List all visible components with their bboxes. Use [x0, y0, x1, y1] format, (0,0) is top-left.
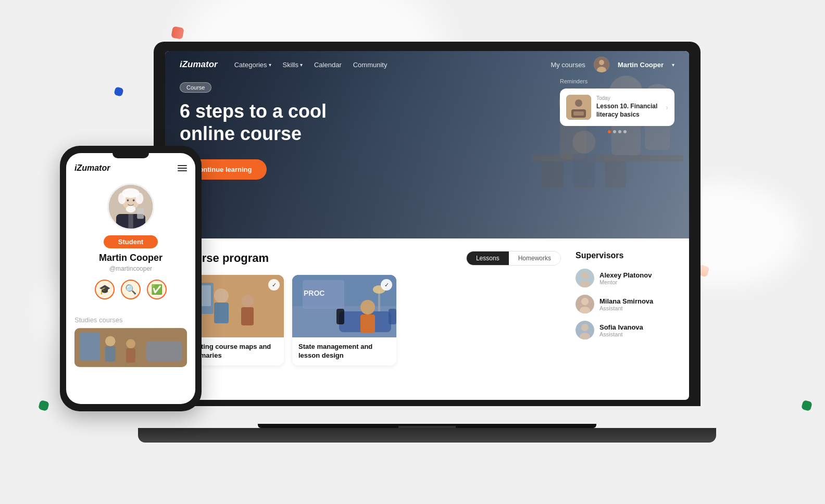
nav-username: Martin Cooper — [618, 61, 664, 69]
nav-calendar[interactable]: Calendar — [314, 61, 342, 69]
svg-rect-7 — [542, 161, 563, 187]
reminder-date: Today — [596, 95, 660, 101]
card-2-check: ✓ — [381, 279, 392, 291]
reminder-pagination-dots — [560, 130, 674, 133]
supervisor-item-1[interactable]: Milana Smirnova Assistant — [576, 295, 674, 313]
svg-point-16 — [575, 99, 582, 107]
nav-skills[interactable]: Skills ▾ — [283, 61, 303, 69]
reminders-label: Reminders — [560, 78, 674, 84]
menu-line-1 — [178, 165, 187, 166]
course-cards-grid: ✓ Creating course maps and summaries — [180, 275, 561, 366]
lessons-homeworks-tabs: Lessons Homeworks — [466, 251, 561, 266]
chevron-down-icon-skills: ▾ — [300, 62, 303, 68]
phone-search-icon-badge[interactable]: 🔍 — [121, 280, 141, 299]
nav-brand-label: iZumator — [180, 59, 218, 70]
menu-line-2 — [178, 168, 187, 169]
deco-square-red — [171, 26, 184, 39]
hamburger-menu-button[interactable] — [178, 165, 187, 171]
supervisor-role-1: Assistant — [599, 305, 653, 311]
laptop-base — [138, 428, 716, 443]
svg-rect-33 — [360, 314, 375, 333]
nav-categories[interactable]: Categories ▾ — [234, 61, 271, 69]
phone-frame: iZumator — [60, 146, 202, 411]
svg-point-21 — [214, 288, 229, 303]
svg-point-32 — [360, 300, 375, 314]
course-body: Course program Lessons Homeworks — [165, 238, 689, 378]
svg-point-23 — [241, 295, 254, 307]
supervisor-avatar-1 — [576, 295, 594, 313]
tab-homeworks[interactable]: Homeworks — [509, 251, 560, 265]
phone-user-avatar — [107, 183, 154, 230]
dot-2 — [613, 130, 616, 133]
svg-rect-6 — [532, 155, 684, 161]
chevron-down-icon-user: ▾ — [672, 62, 674, 68]
phone-brand-label: iZumator — [74, 163, 110, 173]
phone-education-icon[interactable]: 🎓 — [95, 280, 115, 299]
svg-point-39 — [581, 272, 589, 279]
phone-user-handle: @martincooper — [109, 265, 152, 272]
course-header: Course program Lessons Homeworks — [180, 251, 561, 266]
phone-notch — [113, 153, 149, 158]
my-courses-link[interactable]: My courses — [551, 61, 585, 69]
hero-section: iZumator Categories ▾ Skills ▾ Calendar … — [165, 51, 689, 238]
svg-point-53 — [133, 199, 135, 201]
laptop-screen: iZumator Categories ▾ Skills ▾ Calendar … — [165, 51, 689, 400]
svg-rect-61 — [105, 346, 116, 361]
chevron-down-icon: ▾ — [269, 62, 271, 68]
reminder-item[interactable]: Today Lesson 10. Financial literacy basi… — [560, 89, 674, 126]
svg-point-42 — [581, 298, 589, 305]
card-1-check: ✓ — [268, 279, 280, 291]
supervisor-item-2[interactable]: Sofia Ivanova Assistant — [576, 321, 674, 339]
svg-rect-56 — [128, 214, 133, 230]
supervisor-name-1: Milana Smirnova — [599, 297, 653, 305]
svg-rect-9 — [605, 161, 626, 187]
phone-profile-section: Student Martin Cooper @martincooper 🎓 🔍 … — [66, 178, 195, 316]
hero-content-area: Course 6 steps to a cool online course C… — [180, 82, 378, 180]
svg-point-54 — [126, 206, 136, 212]
supervisor-info-1: Milana Smirnova Assistant — [599, 297, 653, 311]
reminder-info: Today Lesson 10. Financial literacy basi… — [596, 95, 660, 119]
deco-square-green-br — [801, 400, 813, 411]
svg-point-13 — [599, 60, 604, 65]
nav-community[interactable]: Community — [353, 61, 388, 69]
tab-lessons[interactable]: Lessons — [467, 251, 509, 265]
card-2-image: PROC ✓ — [292, 275, 396, 337]
dot-4 — [623, 130, 627, 133]
svg-point-52 — [127, 199, 129, 201]
nav-right-group: My courses Martin Cooper ▾ — [551, 57, 674, 72]
laptop-screen-bezel: iZumator Categories ▾ Skills ▾ Calendar … — [154, 42, 701, 406]
hero-badge: Course — [180, 82, 211, 93]
supervisor-name-2: Sofia Ivanova — [599, 323, 643, 331]
studies-courses-label: Studies courses — [66, 316, 195, 324]
supervisor-avatar-2 — [576, 321, 594, 339]
course-card-2[interactable]: PROC ✓ State management and lesson desi — [292, 275, 396, 366]
svg-rect-57 — [137, 208, 144, 219]
supervisor-item-0[interactable]: Alexey Platonov Mentor — [576, 269, 674, 287]
course-program-section: Course program Lessons Homeworks — [180, 251, 561, 366]
svg-point-50 — [118, 193, 126, 204]
svg-rect-63 — [126, 348, 135, 362]
svg-rect-31 — [389, 309, 396, 324]
svg-rect-24 — [241, 307, 254, 325]
supervisor-role-2: Assistant — [599, 331, 643, 337]
supervisor-info-2: Sofia Ivanova Assistant — [599, 323, 643, 337]
deco-square-green-bl — [38, 400, 49, 411]
phone-course-thumbnail[interactable] — [74, 328, 187, 367]
svg-rect-18 — [573, 111, 584, 116]
svg-text:PROC: PROC — [304, 289, 324, 297]
svg-point-10 — [573, 131, 596, 154]
supervisors-panel: Supervisors Alexey Platonov Mentor — [576, 251, 674, 366]
card-2-title: State management and lesson design — [298, 343, 390, 360]
svg-rect-64 — [80, 333, 100, 361]
phone-check-icon-badge[interactable]: ✅ — [147, 280, 167, 299]
hero-title: 6 steps to a cool online course — [180, 100, 378, 145]
phone-screen: iZumator — [66, 153, 195, 404]
svg-rect-30 — [336, 309, 344, 324]
dot-3 — [618, 130, 621, 133]
supervisor-role-0: Mentor — [599, 279, 652, 285]
user-avatar — [594, 57, 609, 72]
phone-icons-row: 🎓 🔍 ✅ — [95, 280, 167, 299]
supervisor-avatar-0 — [576, 269, 594, 287]
menu-line-3 — [178, 170, 187, 171]
deco-square-blue — [114, 86, 124, 97]
